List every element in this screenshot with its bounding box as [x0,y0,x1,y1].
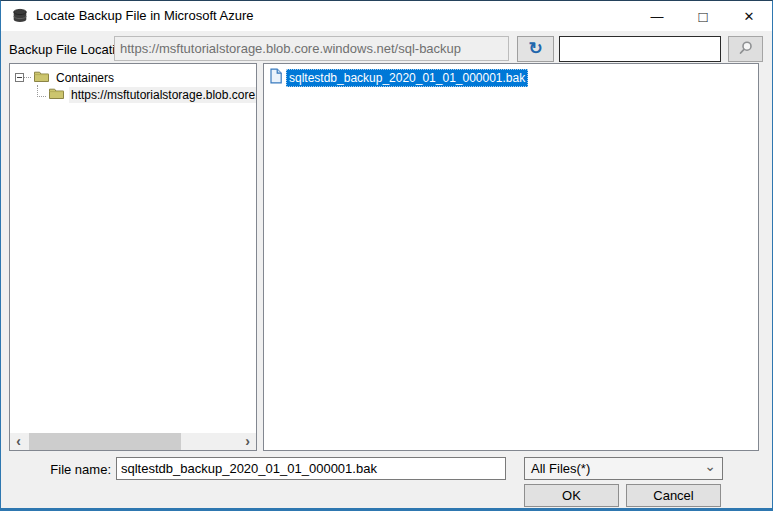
window-controls: — □ ✕ [634,1,772,31]
file-icon [269,68,283,88]
tree-item-label[interactable]: https://msftutorialstorage.blob.core.win… [69,87,257,103]
locate-backup-dialog: Locate Backup File in Microsoft Azure — … [0,0,773,511]
refresh-icon: ↻ [528,40,542,57]
scroll-left-button[interactable]: ‹ [10,433,27,450]
backup-file-location-label: Backup File Location [9,42,130,57]
tree-connector [24,77,31,78]
file-type-selected: All Files(*) [531,461,704,476]
title-bar: Locate Backup File in Microsoft Azure — … [1,1,772,31]
horizontal-scrollbar[interactable]: ‹ › [10,433,256,450]
search-input[interactable] [559,36,721,62]
file-name-label: File name: [21,462,111,477]
scroll-right-button[interactable]: › [239,433,256,450]
chevron-down-icon: ⌄ [704,459,716,473]
ok-button[interactable]: OK [524,484,619,507]
file-type-dropdown[interactable]: All Files(*) ⌄ [524,457,723,480]
backup-file-location-input [114,36,509,61]
scrollbar-thumb[interactable] [29,433,181,450]
tree-connector [37,85,46,97]
close-icon: ✕ [744,9,755,24]
minimize-button[interactable]: — [634,1,680,31]
close-button[interactable]: ✕ [726,1,772,31]
refresh-button[interactable]: ↻ [517,36,554,62]
cancel-button[interactable]: Cancel [626,484,721,507]
containers-tree-panel: Containers https://msftutorialstorage.bl… [9,63,257,451]
file-list-item[interactable]: sqltestdb_backup_2020_01_01_000001.bak [269,68,528,88]
file-name-input[interactable] [116,457,506,480]
search-button[interactable] [728,36,763,62]
search-icon [738,40,754,59]
database-icon [12,8,28,28]
scroll-right-icon: › [245,433,250,449]
file-name-selected[interactable]: sqltestdb_backup_2020_01_01_000001.bak [286,69,528,87]
minimize-icon: — [651,9,664,24]
scroll-left-icon: ‹ [16,433,21,449]
tree-item-containers[interactable]: Containers [15,69,116,86]
maximize-button[interactable]: □ [680,1,726,31]
collapse-icon[interactable] [15,73,24,82]
window-title: Locate Backup File in Microsoft Azure [36,8,254,23]
folder-icon [48,86,65,104]
tree-item-container-url[interactable]: https://msftutorialstorage.blob.core.win… [37,86,256,103]
tree-item-label[interactable]: Containers [54,70,116,86]
maximize-icon: □ [698,8,707,25]
file-list-panel: sqltestdb_backup_2020_01_01_000001.bak [263,63,759,451]
